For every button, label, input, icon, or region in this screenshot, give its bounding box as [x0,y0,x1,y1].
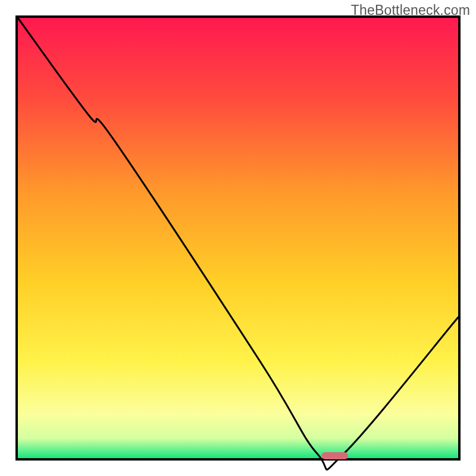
bottleneck-chart [0,0,476,476]
watermark-text: TheBottleneck.com [351,2,470,18]
gradient-background [18,18,458,458]
plot-area [17,17,459,469]
optimum-marker [322,452,348,459]
chart-frame: TheBottleneck.com [0,0,476,476]
